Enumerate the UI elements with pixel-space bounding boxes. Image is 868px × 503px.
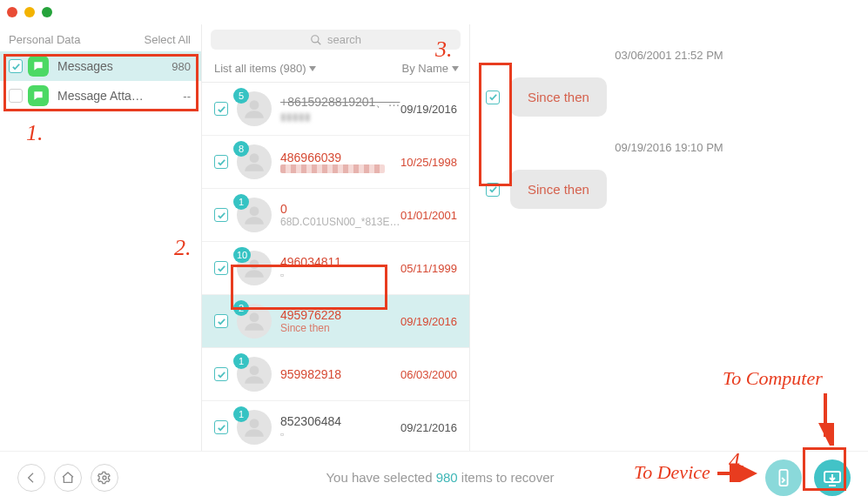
conversation-preview: 68D.C01USN00_*813E…: [280, 216, 400, 228]
conversation-checkbox[interactable]: [214, 155, 228, 169]
conversation-name: 496034811: [280, 255, 400, 269]
unread-badge: 2: [233, 300, 249, 316]
conversation-checkbox[interactable]: [214, 261, 228, 275]
footer-bar: You have selected 980 items to recover: [0, 451, 868, 503]
unread-badge: 8: [233, 141, 249, 157]
message-timestamp: 09/19/2016 19:10 PM: [486, 141, 852, 154]
export-to-device-button[interactable]: [765, 459, 802, 496]
conversation-date: 09/21/2016: [400, 421, 457, 434]
close-window-button[interactable]: [7, 7, 17, 17]
minimize-window-button[interactable]: [24, 7, 35, 17]
sidebar-title: Personal Data: [9, 33, 80, 46]
conversation-name: 495976228: [280, 308, 400, 322]
conversation-preview: ▫: [280, 428, 400, 440]
unread-badge: 10: [233, 247, 251, 263]
home-button[interactable]: [54, 464, 82, 492]
conversation-row[interactable]: 1 959982918 06/03/2000: [202, 348, 469, 401]
conversation-row[interactable]: 8 486966039 10/25/1998: [202, 136, 469, 189]
message-checkbox[interactable]: [486, 91, 500, 104]
conversation-date: 01/01/2001: [400, 209, 457, 222]
chevron-down-icon: [452, 66, 459, 71]
sidebar-categories: Messages 980 Message Atta… --: [0, 51, 201, 111]
search-placeholder: search: [327, 33, 361, 46]
maximize-window-button[interactable]: [42, 7, 52, 17]
conversation-checkbox[interactable]: [214, 367, 228, 381]
conversation-list[interactable]: 5 +8615928819201、… ▮▮▮▮▮ 09/19/2016 8 48…: [202, 83, 469, 451]
conversation-date: 05/11/1999: [400, 262, 457, 275]
svg-point-4: [250, 206, 259, 216]
export-to-computer-button[interactable]: [814, 459, 851, 496]
search-icon: [310, 34, 322, 46]
message-checkbox[interactable]: [486, 183, 500, 197]
conversation-date: 09/19/2016: [400, 315, 457, 328]
avatar: 8: [237, 144, 272, 179]
svg-point-3: [250, 153, 259, 163]
svg-point-8: [250, 419, 259, 428]
sidebar-item[interactable]: Message Atta… --: [0, 81, 201, 111]
sidebar-item[interactable]: Messages 980: [0, 51, 201, 81]
unread-badge: 1: [233, 406, 249, 422]
conversation-row[interactable]: 1 852306484 ▫ 09/21/2016: [202, 401, 469, 451]
conversation-name: 852306484: [280, 414, 400, 428]
category-label: Messages: [57, 59, 172, 73]
chat-icon: [28, 56, 49, 77]
category-count: 980: [172, 60, 191, 73]
status-prefix: You have selected: [326, 470, 435, 485]
sort-dropdown[interactable]: By Name: [402, 62, 459, 75]
conversation-row[interactable]: 1 0 68D.C01USN00_*813E… 01/01/2001: [202, 189, 469, 242]
conversation-row[interactable]: 10 496034811 ▫ 05/11/1999: [202, 242, 469, 295]
conversation-name: 486966039: [280, 151, 400, 164]
avatar: 10: [237, 251, 272, 285]
conversation-preview: Since then: [280, 322, 400, 334]
category-checkbox[interactable]: [9, 89, 23, 103]
conversation-date: 06/03/2000: [400, 368, 457, 381]
conversation-row[interactable]: 5 +8615928819201、… ▮▮▮▮▮ 09/19/2016: [202, 83, 469, 136]
conversation-panel: search List all items (980) By Name 5 +8…: [202, 24, 470, 451]
svg-point-6: [250, 312, 259, 322]
status-count: 980: [436, 470, 458, 485]
message-bubble[interactable]: Since then: [510, 77, 607, 117]
svg-line-1: [318, 41, 321, 44]
conversation-checkbox[interactable]: [214, 314, 228, 328]
conversation-preview: ▮▮▮▮▮: [280, 111, 400, 123]
conversation-checkbox[interactable]: [214, 208, 228, 222]
category-count: --: [183, 90, 191, 103]
avatar: 2: [237, 304, 272, 339]
conversation-date: 10/25/1998: [400, 156, 457, 169]
message-timestamp: 03/06/2001 21:52 PM: [486, 49, 852, 62]
svg-point-10: [103, 476, 106, 480]
conversation-name: 0: [280, 202, 400, 216]
message-bubble[interactable]: Since then: [510, 170, 607, 209]
sort-label: By Name: [402, 62, 448, 75]
conversation-preview: ▫: [280, 269, 400, 281]
list-filter-label: List all items (980): [214, 62, 306, 75]
svg-point-7: [250, 366, 259, 375]
search-input[interactable]: search: [211, 30, 461, 50]
conversation-name: 959982918: [280, 367, 400, 381]
message-panel: 03/06/2001 21:52 PM Since then 09/19/201…: [470, 24, 868, 451]
svg-rect-11: [779, 469, 787, 485]
conversation-date: 09/19/2016: [400, 103, 457, 116]
conversation-checkbox[interactable]: [214, 420, 228, 434]
category-checkbox[interactable]: [9, 59, 23, 73]
conversation-preview: [280, 164, 385, 173]
sidebar: Personal Data Select All Messages 980 Me…: [0, 24, 202, 451]
avatar: 1: [237, 410, 272, 445]
svg-point-5: [250, 259, 259, 269]
list-filter-dropdown[interactable]: List all items (980): [214, 62, 316, 75]
conversation-checkbox[interactable]: [214, 102, 228, 116]
conversation-row[interactable]: 2 495976228 Since then 09/19/2016: [202, 295, 469, 348]
unread-badge: 5: [233, 88, 249, 104]
select-all-link[interactable]: Select All: [145, 33, 191, 46]
settings-button[interactable]: [91, 464, 118, 492]
status-suffix: items to recover: [458, 470, 555, 485]
unread-badge: 1: [233, 353, 249, 369]
avatar: 1: [237, 357, 272, 392]
avatar: 5: [237, 91, 272, 126]
back-button[interactable]: [17, 464, 45, 492]
category-label: Message Atta…: [57, 89, 183, 103]
chevron-down-icon: [309, 66, 316, 71]
svg-point-2: [250, 100, 259, 110]
window-titlebar: [0, 0, 868, 24]
unread-badge: 1: [233, 194, 249, 210]
